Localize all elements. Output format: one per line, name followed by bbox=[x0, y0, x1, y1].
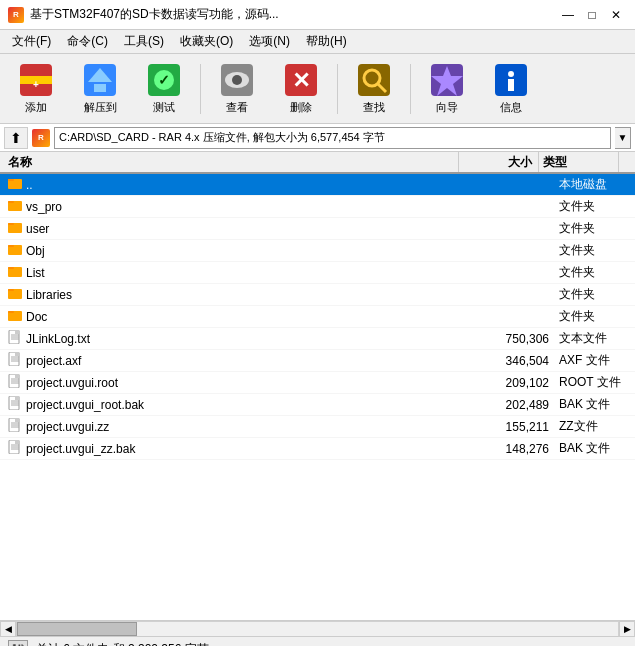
table-row[interactable]: project.uvgui.zz155,211ZZ文件 bbox=[0, 416, 635, 438]
file-type-cell: 文件夹 bbox=[555, 308, 635, 325]
table-row[interactable]: Libraries文件夹 bbox=[0, 284, 635, 306]
table-row[interactable]: List文件夹 bbox=[0, 262, 635, 284]
table-row[interactable]: project.uvgui_root.bak202,489BAK 文件 bbox=[0, 394, 635, 416]
table-row[interactable]: ..本地磁盘 bbox=[0, 174, 635, 196]
maximize-button[interactable]: □ bbox=[581, 5, 603, 25]
toolbar-find-button[interactable]: 查找 bbox=[344, 58, 404, 120]
menu-item-H[interactable]: 帮助(H) bbox=[298, 31, 355, 52]
folder-icon bbox=[8, 286, 22, 303]
file-type-cell: ROOT 文件 bbox=[555, 374, 635, 391]
file-icon bbox=[8, 330, 22, 347]
toolbar-view-button[interactable]: 查看 bbox=[207, 58, 267, 120]
toolbar-extract-button[interactable]: 解压到 bbox=[70, 58, 130, 120]
table-row[interactable]: project.axf346,504AXF 文件 bbox=[0, 350, 635, 372]
svg-rect-37 bbox=[15, 330, 19, 334]
hscroll-left-button[interactable]: ◀ bbox=[0, 621, 16, 637]
toolbar-info-button[interactable]: 信息 bbox=[481, 58, 541, 120]
menu-item-C[interactable]: 命令(C) bbox=[59, 31, 116, 52]
svg-point-11 bbox=[232, 75, 242, 85]
file-icon bbox=[8, 374, 22, 391]
find-icon bbox=[356, 62, 392, 98]
hscroll-thumb[interactable] bbox=[17, 622, 137, 636]
status-bar: 💾 总计 6 文件夹 和 2,300,256 字节 bbox=[0, 636, 635, 646]
toolbar-test-label: 测试 bbox=[153, 100, 175, 115]
svg-rect-27 bbox=[8, 223, 14, 225]
table-row[interactable]: vs_pro文件夹 bbox=[0, 196, 635, 218]
file-list[interactable]: ..本地磁盘vs_pro文件夹user文件夹Obj文件夹List文件夹Libra… bbox=[0, 174, 635, 620]
toolbar-wizard-button[interactable]: 向导 bbox=[417, 58, 477, 120]
address-back-button[interactable]: ⬆ bbox=[4, 127, 28, 149]
wizard-icon bbox=[429, 62, 465, 98]
file-type-cell: 文件夹 bbox=[555, 242, 635, 259]
table-row[interactable]: project.uvgui.root209,102ROOT 文件 bbox=[0, 372, 635, 394]
close-button[interactable]: ✕ bbox=[605, 5, 627, 25]
file-name-text: Obj bbox=[26, 244, 45, 258]
file-icon bbox=[8, 440, 22, 457]
window-controls: — □ ✕ bbox=[557, 5, 627, 25]
add-icon: + bbox=[18, 62, 54, 98]
svg-rect-23 bbox=[8, 179, 14, 181]
table-row[interactable]: project.uvgui_zz.bak148,276BAK 文件 bbox=[0, 438, 635, 460]
horizontal-scrollbar[interactable]: ◀ ▶ bbox=[0, 620, 635, 636]
app-icon: R bbox=[8, 7, 24, 23]
file-name-cell: Obj bbox=[0, 242, 475, 259]
toolbar-test-button[interactable]: ✓测试 bbox=[134, 58, 194, 120]
menu-item-N[interactable]: 选项(N) bbox=[241, 31, 298, 52]
hscroll-right-button[interactable]: ▶ bbox=[619, 621, 635, 637]
title-bar: R 基于STM32F407的SD卡数据读写功能，源码... — □ ✕ bbox=[0, 0, 635, 30]
toolbar-separator bbox=[337, 64, 338, 114]
file-name-text: JLinkLog.txt bbox=[26, 332, 90, 346]
view-icon bbox=[219, 62, 255, 98]
table-row[interactable]: Doc文件夹 bbox=[0, 306, 635, 328]
svg-rect-29 bbox=[8, 245, 14, 247]
svg-rect-5 bbox=[94, 84, 106, 92]
file-name-cell: vs_pro bbox=[0, 198, 475, 215]
toolbar-separator bbox=[410, 64, 411, 114]
col-header-type[interactable]: 类型 bbox=[539, 152, 619, 172]
file-size-cell: 202,489 bbox=[475, 398, 555, 412]
menu-item-F[interactable]: 文件(F) bbox=[4, 31, 59, 52]
extract-icon bbox=[82, 62, 118, 98]
menu-item-O[interactable]: 收藏夹(O) bbox=[172, 31, 241, 52]
file-type-cell: 文件夹 bbox=[555, 198, 635, 215]
status-text: 总计 6 文件夹 和 2,300,256 字节 bbox=[36, 641, 209, 646]
file-name-text: project.uvgui.root bbox=[26, 376, 118, 390]
folder-icon bbox=[8, 198, 22, 215]
file-name-cell: Libraries bbox=[0, 286, 475, 303]
table-row[interactable]: Obj文件夹 bbox=[0, 240, 635, 262]
window-title: 基于STM32F407的SD卡数据读写功能，源码... bbox=[30, 6, 557, 23]
file-size-cell: 155,211 bbox=[475, 420, 555, 434]
hscroll-track[interactable] bbox=[16, 621, 619, 637]
file-type-cell: BAK 文件 bbox=[555, 396, 635, 413]
table-row[interactable]: JLinkLog.txt750,306文本文件 bbox=[0, 328, 635, 350]
address-rar-icon: R bbox=[32, 129, 50, 147]
file-name-cell: project.axf bbox=[0, 352, 475, 369]
file-list-header: 名称 大小 类型 bbox=[0, 152, 635, 174]
toolbar-delete-button[interactable]: ✕删除 bbox=[271, 58, 331, 120]
folder-icon bbox=[8, 264, 22, 281]
toolbar-find-label: 查找 bbox=[363, 100, 385, 115]
svg-rect-52 bbox=[15, 396, 19, 400]
file-name-text: project.uvgui_root.bak bbox=[26, 398, 144, 412]
folder-icon bbox=[8, 242, 22, 259]
col-header-name[interactable]: 名称 bbox=[0, 152, 459, 172]
file-name-cell: project.uvgui_root.bak bbox=[0, 396, 475, 413]
table-row[interactable]: user文件夹 bbox=[0, 218, 635, 240]
toolbar-add-button[interactable]: +添加 bbox=[6, 58, 66, 120]
file-name-text: project.axf bbox=[26, 354, 81, 368]
content-area: 名称 大小 类型 ..本地磁盘vs_pro文件夹user文件夹Obj文件夹Lis… bbox=[0, 152, 635, 620]
address-dropdown-button[interactable]: ▼ bbox=[615, 127, 631, 149]
minimize-button[interactable]: — bbox=[557, 5, 579, 25]
file-size-cell: 209,102 bbox=[475, 376, 555, 390]
file-type-cell: 文本文件 bbox=[555, 330, 635, 347]
file-name-text: vs_pro bbox=[26, 200, 62, 214]
col-header-size[interactable]: 大小 bbox=[459, 152, 539, 172]
file-size-cell: 148,276 bbox=[475, 442, 555, 456]
menu-item-S[interactable]: 工具(S) bbox=[116, 31, 172, 52]
file-name-text: project.uvgui.zz bbox=[26, 420, 109, 434]
file-name-text: List bbox=[26, 266, 45, 280]
file-name-cell: user bbox=[0, 220, 475, 237]
address-field[interactable] bbox=[54, 127, 611, 149]
folder-icon bbox=[8, 176, 22, 193]
file-icon bbox=[8, 418, 22, 435]
